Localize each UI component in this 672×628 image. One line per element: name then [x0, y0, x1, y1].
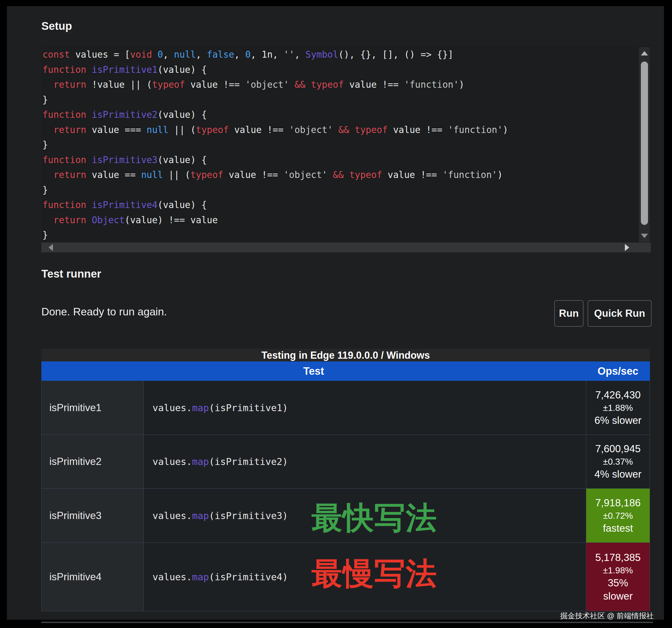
scroll-right-arrow-icon[interactable]	[625, 244, 629, 251]
ops-status: 4% slower	[595, 468, 642, 481]
setup-code[interactable]: const values = [void 0, null, false, 0, …	[43, 47, 638, 243]
test-name: isPrimitive1	[41, 381, 143, 435]
code-line: }	[43, 92, 638, 108]
code-token	[327, 169, 333, 180]
code-token	[43, 169, 53, 180]
ops-value: 7,918,186	[595, 496, 641, 510]
scroll-down-arrow-icon[interactable]	[641, 234, 648, 238]
ops-cell: 7,918,186 ±0.72% fastest	[586, 489, 650, 542]
ops-status: 35% slower	[603, 576, 633, 603]
vertical-scrollbar[interactable]	[639, 47, 650, 242]
code-token: value !==	[382, 169, 442, 180]
page: Setup const values = [void 0, null, fals…	[0, 0, 672, 628]
code-token	[43, 215, 53, 226]
benchmark-panel: Setup const values = [void 0, null, fals…	[7, 6, 664, 620]
code-token: return	[53, 124, 86, 135]
annotation-slowest: 最慢写法	[310, 557, 438, 590]
test-code: values.map(isPrimitive2)	[143, 435, 586, 488]
code-token: value !==	[344, 79, 404, 90]
code-token	[86, 109, 92, 120]
code-line: function isPrimitive3(value) {	[43, 153, 638, 168]
code-token: typeof	[190, 169, 223, 180]
code-token: typeof	[311, 79, 344, 90]
code-token: values = [	[70, 49, 130, 60]
results-table-title: Testing in Edge 119.0.0.0 / Windows	[41, 349, 650, 362]
ops-status: fastest	[603, 522, 633, 535]
code-token	[289, 79, 294, 90]
code-token: null	[141, 169, 163, 180]
code-token: values.	[152, 572, 192, 582]
test-runner-heading: Test runner	[41, 268, 101, 280]
ops-status: 6% slower	[595, 414, 642, 427]
code-token: }	[43, 185, 48, 195]
code-token	[86, 155, 92, 165]
code-token: ''	[284, 49, 294, 60]
code-token: false	[207, 49, 234, 60]
code-token: }	[43, 139, 48, 150]
horizontal-scrollbar[interactable]	[41, 242, 651, 253]
bottom-divider	[41, 622, 653, 623]
code-token: (isPrimitive2)	[209, 456, 288, 467]
code-token	[350, 124, 355, 135]
code-line: function isPrimitive4(value) {	[43, 197, 638, 213]
code-line: return value === null || (typeof value !…	[43, 122, 638, 138]
code-token	[86, 200, 92, 210]
code-token: ,	[163, 49, 174, 60]
code-token	[86, 64, 92, 75]
code-token: (isPrimitive3)	[209, 510, 288, 521]
code-token: isPrimitive2	[92, 109, 158, 120]
code-token	[306, 79, 311, 90]
code-token: isPrimitive4	[92, 200, 158, 210]
column-header-test: Test	[41, 362, 586, 381]
code-token: (), {}, [], () => {}]	[338, 49, 453, 60]
code-token: )	[497, 169, 503, 180]
annotation-fastest: 最快写法	[310, 501, 438, 534]
ops-cell: 7,600,945 ±0.37% 4% slower	[586, 435, 650, 488]
code-token	[43, 124, 53, 135]
code-line: }	[43, 183, 638, 198]
code-token: function	[43, 155, 86, 165]
code-token: 'object'	[284, 169, 327, 180]
code-token: (value) {	[158, 109, 207, 120]
scroll-up-arrow-icon[interactable]	[641, 51, 648, 55]
code-token: 'object'	[245, 79, 289, 90]
code-token: typeof	[196, 124, 229, 135]
vertical-scrollbar-thumb[interactable]	[641, 62, 648, 225]
test-code: values.map(isPrimitive1)	[143, 381, 586, 435]
code-token: typeof	[152, 79, 185, 90]
ops-cell: 5,178,385 ±1.98% 35% slower	[586, 543, 650, 611]
code-token: }	[43, 94, 48, 105]
code-token: Object	[92, 215, 125, 226]
table-row: isPrimitive2 values.map(isPrimitive2) 7,…	[41, 435, 650, 489]
code-token: ,	[234, 49, 245, 60]
code-token: value !==	[229, 124, 289, 135]
code-token: &&	[294, 79, 306, 90]
code-line: const values = [void 0, null, false, 0, …	[43, 47, 638, 62]
code-token: 0	[158, 49, 163, 60]
code-token: )	[459, 79, 464, 90]
code-token: value ==	[86, 169, 141, 180]
code-token: map	[192, 402, 209, 413]
setup-code-editor[interactable]: const values = [void 0, null, false, 0, …	[41, 46, 651, 253]
quick-run-button[interactable]: Quick Run	[587, 300, 652, 327]
code-token: return	[53, 169, 86, 180]
code-token	[43, 79, 53, 90]
code-token: values.	[152, 402, 192, 413]
setup-heading: Setup	[41, 20, 72, 32]
code-token: ,	[294, 49, 306, 60]
scroll-left-arrow-icon[interactable]	[49, 244, 53, 251]
code-token: null	[174, 49, 196, 60]
code-token: 'object'	[289, 124, 333, 135]
test-name: isPrimitive3	[41, 489, 143, 542]
run-button[interactable]: Run	[554, 300, 583, 327]
code-token: function	[43, 109, 86, 120]
code-token: return	[53, 79, 86, 90]
code-line: }	[43, 137, 638, 153]
code-token: function	[43, 200, 86, 210]
code-token: }	[43, 230, 48, 240]
code-line: function isPrimitive1(value) {	[43, 62, 638, 77]
ops-error: ±1.98%	[603, 564, 633, 576]
code-token: value !==	[185, 79, 245, 90]
code-token: function	[43, 64, 86, 75]
code-token: typeof	[355, 124, 388, 135]
